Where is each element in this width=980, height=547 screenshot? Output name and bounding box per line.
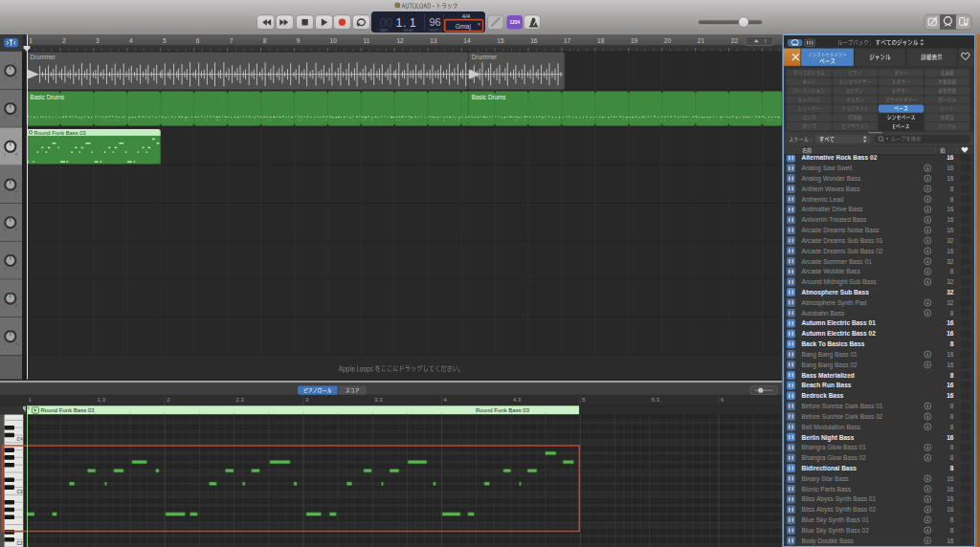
- svg-text:8: 8: [950, 196, 954, 203]
- svg-text:Bell Modulation Bass: Bell Modulation Bass: [802, 424, 861, 430]
- svg-text:Bhangra Glow Bass 01: Bhangra Glow Bass 01: [802, 444, 867, 451]
- svg-text:8: 8: [950, 413, 954, 420]
- svg-text:16: 16: [947, 434, 954, 441]
- svg-text:1: 1: [396, 16, 403, 30]
- svg-text:Atmosphere Sub Bass: Atmosphere Sub Bass: [802, 289, 870, 296]
- svg-text:8: 8: [950, 516, 954, 523]
- svg-text:16: 16: [947, 537, 954, 544]
- svg-text:Antimatter Drive Bass: Antimatter Drive Bass: [802, 206, 863, 212]
- svg-text:20: 20: [664, 37, 672, 44]
- svg-text:15: 15: [497, 37, 504, 44]
- svg-text:14: 14: [463, 37, 471, 44]
- svg-text:2: 2: [62, 37, 66, 44]
- svg-text:8: 8: [950, 372, 954, 379]
- svg-text:1: 1: [29, 37, 33, 44]
- svg-text:Bedrock Bass: Bedrock Bass: [802, 392, 844, 399]
- svg-text:16: 16: [947, 154, 954, 161]
- svg-text:12: 12: [396, 37, 404, 44]
- svg-text:32: 32: [947, 289, 954, 295]
- svg-text:16: 16: [947, 392, 954, 399]
- svg-text:4/4: 4/4: [462, 13, 471, 19]
- svg-text:32: 32: [947, 258, 954, 265]
- svg-text:Bang Bang Bass 01: Bang Bang Bass 01: [802, 351, 858, 359]
- svg-text:Atmosphere Synth Pad: Atmosphere Synth Pad: [802, 299, 867, 307]
- svg-text:Around Midnight Sub Bass: Around Midnight Sub Bass: [802, 278, 878, 286]
- svg-text:8: 8: [263, 37, 267, 44]
- svg-text:Round Funk Bass 03: Round Funk Bass 03: [34, 130, 86, 136]
- svg-text:96: 96: [429, 16, 440, 28]
- svg-text:9: 9: [297, 37, 301, 44]
- svg-text:Alternative Rock Bass 02: Alternative Rock Bass 02: [802, 154, 878, 161]
- svg-text:32: 32: [947, 299, 954, 306]
- svg-text:1.3: 1.3: [98, 397, 106, 403]
- svg-text:8: 8: [950, 403, 954, 409]
- svg-text:3: 3: [96, 37, 100, 44]
- svg-text:18: 18: [597, 37, 605, 44]
- svg-text:16: 16: [947, 248, 954, 254]
- svg-text:Arcade Dreams Sub Bass 01: Arcade Dreams Sub Bass 01: [802, 237, 883, 244]
- svg-text:Blue Sky Synth Bass 01: Blue Sky Synth Bass 01: [802, 516, 870, 524]
- svg-text:Autobahn Bass: Autobahn Bass: [802, 310, 845, 317]
- svg-text:6: 6: [196, 37, 200, 44]
- svg-text:Back To Basics Bass: Back To Basics Bass: [802, 340, 865, 347]
- svg-text:17: 17: [564, 37, 571, 44]
- svg-text:L: L: [4, 304, 6, 308]
- svg-text:Basic Drums: Basic Drums: [31, 94, 65, 100]
- svg-text:Arcade Dreams Noise Bass: Arcade Dreams Noise Bass: [802, 227, 880, 233]
- svg-text:8: 8: [950, 310, 954, 317]
- svg-text:16: 16: [947, 227, 954, 233]
- svg-text:Antivenin Treated Bass: Antivenin Treated Bass: [802, 216, 868, 223]
- svg-text:8: 8: [950, 424, 954, 430]
- svg-text:16: 16: [947, 495, 954, 502]
- svg-text:Anthemic Lead: Anthemic Lead: [802, 196, 844, 203]
- svg-text:Bass Materialized: Bass Materialized: [802, 372, 855, 379]
- svg-text:3.3: 3.3: [374, 397, 383, 403]
- svg-text:8: 8: [950, 186, 954, 192]
- svg-text:13: 13: [430, 37, 437, 44]
- svg-text:4: 4: [129, 37, 133, 44]
- svg-text:Bliss Abyss Synth Bass 01: Bliss Abyss Synth Bass 01: [802, 495, 877, 503]
- svg-text:16: 16: [947, 175, 954, 182]
- svg-text:19: 19: [631, 37, 638, 44]
- svg-text:Gmaj: Gmaj: [456, 23, 472, 31]
- svg-text:32: 32: [947, 278, 954, 285]
- svg-text:16: 16: [947, 361, 954, 368]
- svg-text:Blue Sky Synth Bass 02: Blue Sky Synth Bass 02: [802, 527, 870, 535]
- svg-text:Arcade Wobble Bass: Arcade Wobble Bass: [802, 268, 861, 274]
- svg-text:16: 16: [947, 164, 954, 171]
- svg-text:Round Funk Bass 03: Round Funk Bass 03: [41, 407, 96, 413]
- svg-text:Arcade Dreams Sub Bass 02: Arcade Dreams Sub Bass 02: [802, 248, 883, 254]
- svg-text:8: 8: [950, 444, 954, 450]
- svg-text:Bidirectional Bass: Bidirectional Bass: [802, 465, 858, 471]
- svg-text:8: 8: [950, 454, 954, 461]
- svg-text:Analog Wonder Bass: Analog Wonder Bass: [802, 175, 862, 183]
- svg-text:L: L: [4, 267, 6, 271]
- svg-text:8: 8: [950, 268, 954, 274]
- svg-text:L: L: [4, 153, 6, 157]
- svg-text:Before Sunrise Dark Bass 02: Before Sunrise Dark Bass 02: [802, 413, 883, 420]
- svg-text:16: 16: [947, 216, 954, 223]
- svg-text:22: 22: [731, 37, 739, 44]
- svg-text:4.3: 4.3: [513, 397, 522, 403]
- svg-text:C4: C4: [16, 437, 22, 442]
- svg-text:5.3: 5.3: [652, 397, 660, 403]
- svg-text:BAR: BAR: [380, 28, 389, 33]
- svg-text:L: L: [4, 115, 6, 119]
- svg-text:5: 5: [163, 37, 167, 44]
- svg-text:Body Double Bass: Body Double Bass: [802, 537, 855, 545]
- svg-text:2.3: 2.3: [236, 397, 245, 403]
- svg-text:L: L: [4, 77, 6, 80]
- svg-text:C3: C3: [16, 490, 22, 494]
- svg-text:10: 10: [330, 37, 338, 44]
- svg-text:TEMPO: TEMPO: [428, 28, 442, 33]
- svg-text:Anthem Waves Bass: Anthem Waves Bass: [802, 186, 861, 192]
- svg-text:Autumn Electric Bass 01: Autumn Electric Bass 01: [802, 319, 877, 326]
- svg-text:Bang Bang Bass 02: Bang Bang Bass 02: [802, 361, 858, 369]
- svg-text:21: 21: [698, 37, 705, 44]
- svg-text:Bhangra Glow Bass 02: Bhangra Glow Bass 02: [802, 454, 867, 462]
- svg-text:16: 16: [947, 206, 954, 212]
- svg-text:1234: 1234: [509, 20, 520, 25]
- svg-text:16: 16: [530, 37, 538, 44]
- svg-text:C2: C2: [16, 541, 22, 546]
- svg-text:Before Sunrise Dark Bass 01: Before Sunrise Dark Bass 01: [802, 403, 883, 409]
